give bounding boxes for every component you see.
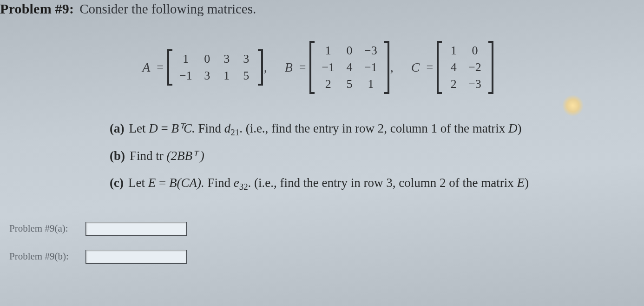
matrix-cell: 3	[242, 52, 251, 66]
answer-b-input[interactable]	[85, 250, 187, 264]
matrix-cell: −2	[468, 60, 481, 74]
part-a-text: Let D = BᵀC. Find d21. (i.e., find the e…	[129, 117, 521, 141]
problem-page: Problem #9: Consider the following matri…	[0, 0, 644, 306]
matrix-A-grid: 1 0 3 3 −1 3 1 5	[175, 49, 256, 86]
left-bracket-icon	[437, 41, 443, 94]
left-bracket-icon	[167, 49, 174, 86]
matrix-C-name: C	[411, 60, 420, 75]
matrix-cell: 1	[322, 44, 335, 58]
problem-header: Problem #9: Consider the following matri…	[0, 0, 636, 17]
matrix-cell: 4	[345, 60, 354, 74]
matrix-cell: −1	[364, 60, 377, 74]
subparts: (a) Let D = BᵀC. Find d21. (i.e., find t…	[110, 117, 636, 196]
matrix-cell: 1	[364, 77, 377, 91]
equals-sign: =	[299, 60, 306, 74]
part-b-text: Find tr (2BBᵀ )	[130, 145, 204, 168]
matrix-cell: −3	[364, 44, 377, 58]
matrix-cell: 0	[203, 52, 212, 66]
part-c-text: Let E = B(CA). Find e32. (i.e., find the…	[128, 172, 529, 195]
matrix-B-name: B	[285, 60, 293, 75]
matrix-cell: 3	[222, 52, 231, 66]
matrix-cell: 0	[468, 44, 481, 58]
input-row-b: Problem #9(b):	[9, 250, 636, 264]
part-b-label: (b)	[110, 145, 125, 168]
matrix-B-grid: 1 0 −3 −1 4 −1 2 5 1	[317, 41, 381, 94]
answer-a-input[interactable]	[85, 222, 187, 236]
matrix-cell: 2	[449, 77, 458, 91]
matrix-cell: 4	[449, 60, 458, 74]
matrix-row: A = 1 0 3 3 −1 3 1 5 , B = 1 0	[0, 41, 636, 94]
part-b: (b) Find tr (2BBᵀ )	[110, 145, 636, 168]
matrix-cell: 5	[242, 69, 251, 83]
equals-sign: =	[426, 60, 433, 74]
comma: ,	[264, 60, 267, 75]
right-bracket-icon	[383, 41, 389, 94]
part-c: (c) Let E = B(CA). Find e32. (i.e., find…	[110, 172, 636, 195]
matrix-C-grid: 1 0 4 −2 2 −3	[444, 41, 486, 94]
part-a: (a) Let D = BᵀC. Find d21. (i.e., find t…	[110, 117, 636, 141]
problem-prompt: Consider the following matrices.	[79, 1, 256, 17]
right-bracket-icon	[487, 41, 493, 94]
camera-flash-glare	[562, 95, 584, 116]
matrix-A: A = 1 0 3 3 −1 3 1 5 ,	[142, 49, 269, 86]
comma: ,	[390, 60, 394, 75]
part-a-label: (a)	[110, 117, 124, 141]
matrix-cell: 5	[345, 77, 354, 91]
equals-sign: =	[157, 60, 164, 74]
matrix-cell: −1	[322, 60, 335, 74]
answer-inputs: Problem #9(a): Problem #9(b):	[9, 222, 636, 264]
answer-a-label: Problem #9(a):	[9, 223, 79, 234]
problem-label: Problem #9:	[0, 1, 74, 17]
matrix-B: B = 1 0 −3 −1 4 −1 2 5 1 ,	[285, 41, 395, 94]
matrix-cell: 3	[203, 69, 212, 83]
input-row-a: Problem #9(a):	[9, 222, 636, 236]
part-c-label: (c)	[110, 172, 124, 195]
matrix-C: C = 1 0 4 −2 2 −3	[411, 41, 493, 94]
matrix-A-name: A	[142, 60, 150, 75]
matrix-cell: 1	[179, 52, 192, 66]
matrix-cell: 0	[345, 44, 354, 58]
matrix-cell: 1	[449, 44, 458, 58]
matrix-cell: 1	[222, 69, 231, 83]
matrix-cell: −3	[468, 77, 481, 91]
answer-b-label: Problem #9(b):	[9, 251, 79, 262]
matrix-cell: −1	[179, 69, 192, 83]
left-bracket-icon	[309, 41, 316, 94]
right-bracket-icon	[256, 49, 263, 86]
matrix-cell: 2	[322, 77, 335, 91]
